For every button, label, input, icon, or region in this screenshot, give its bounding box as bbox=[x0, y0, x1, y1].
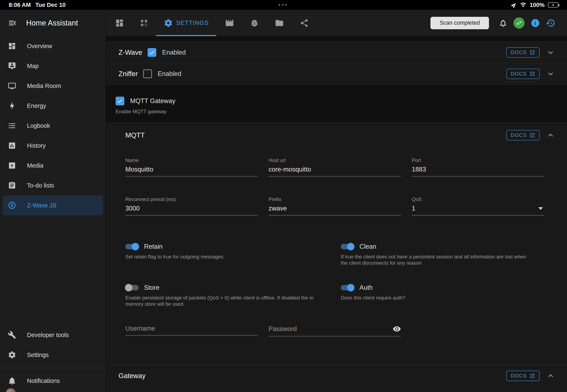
toggle-label: Retain bbox=[144, 243, 163, 250]
open-in-new-icon bbox=[530, 50, 535, 55]
name-field[interactable]: Name Mosquitto bbox=[125, 157, 258, 177]
wifi-icon bbox=[520, 2, 526, 8]
notification-bell-icon[interactable] bbox=[498, 18, 508, 28]
mqtt-gateway-label: MQTT Gateway bbox=[130, 97, 175, 105]
retain-toggle[interactable] bbox=[125, 244, 139, 249]
status-bar: 8:06 AM Tue Dec 10 ••• 100% bbox=[0, 0, 567, 10]
tab-store[interactable] bbox=[267, 10, 292, 36]
sidebar-item-logbook[interactable]: Logbook bbox=[3, 116, 103, 136]
gateway-section-title: Gateway bbox=[118, 372, 145, 380]
sidebar-item-label: Media bbox=[27, 162, 43, 169]
sidebar-item-notifications[interactable]: Notifications bbox=[3, 371, 103, 391]
status-date: Tue Dec 10 bbox=[35, 2, 66, 8]
toggle-description: If true the client does not have a persi… bbox=[341, 254, 544, 266]
sidebar-item-zwave-js[interactable]: Z-Wave JS bbox=[3, 195, 103, 215]
toggle-description: Enable persistent storage of packets (Qo… bbox=[125, 295, 335, 307]
scan-status-chip[interactable]: Scan completed bbox=[430, 17, 489, 29]
prefix-field[interactable]: Prefix zwave bbox=[269, 196, 401, 215]
port-field[interactable]: Port 1883 bbox=[412, 157, 544, 177]
docs-button[interactable]: DOCS bbox=[506, 371, 540, 381]
field-label: Prefix bbox=[269, 196, 401, 202]
view-dashboard-icon bbox=[115, 18, 124, 28]
host-url-field[interactable]: Host url core-mosquitto bbox=[269, 157, 401, 177]
share-icon bbox=[300, 18, 309, 28]
connection-status-icon[interactable] bbox=[513, 17, 525, 29]
info-icon[interactable] bbox=[530, 18, 540, 28]
toggle-description: Set retain flag to true for outgoing mes… bbox=[125, 254, 341, 260]
zniffer-enabled-checkbox[interactable] bbox=[143, 70, 152, 78]
sidebar-item-label: Overview bbox=[27, 43, 52, 50]
section-title: Z-Wave bbox=[118, 49, 142, 56]
sidebar-item-todo[interactable]: To-do lists bbox=[3, 175, 103, 195]
gear-icon bbox=[164, 18, 173, 28]
auth-toggle[interactable] bbox=[341, 285, 354, 290]
gear-icon bbox=[8, 351, 16, 359]
bug-icon bbox=[250, 18, 259, 28]
zwave-enabled-checkbox[interactable] bbox=[147, 48, 156, 57]
sidebar-item-history[interactable]: History bbox=[3, 136, 103, 155]
sidebar-item-media[interactable]: Media bbox=[3, 155, 103, 175]
sidebar-item-label: Developer tools bbox=[27, 332, 69, 338]
chevron-down-icon[interactable] bbox=[546, 48, 555, 57]
docs-label: DOCS bbox=[511, 373, 527, 379]
password-field[interactable]: Password bbox=[269, 325, 401, 336]
sidebar-item-map[interactable]: Map bbox=[3, 56, 103, 76]
sidebar-item-label: Media Room bbox=[27, 83, 61, 89]
enabled-label: Enabled bbox=[162, 49, 186, 56]
battery-percent: 100% bbox=[530, 2, 545, 8]
mqtt-section: MQTT DOCS Name Mosquitto bbox=[106, 122, 567, 365]
chevron-down-icon[interactable] bbox=[546, 69, 555, 79]
open-in-new-icon bbox=[530, 133, 535, 138]
movie-icon bbox=[225, 18, 234, 28]
open-in-new-icon bbox=[530, 71, 535, 77]
top-sections: Z-Wave Enabled DOCS bbox=[106, 42, 567, 85]
sidebar-item-overview[interactable]: Overview bbox=[3, 36, 103, 56]
section-row-zwave: Z-Wave Enabled DOCS bbox=[106, 42, 567, 63]
chevron-up-icon[interactable] bbox=[546, 371, 555, 381]
sidebar-toggle-icon[interactable] bbox=[8, 18, 17, 28]
sidebar-item-settings[interactable]: Settings bbox=[3, 345, 103, 365]
bell-icon bbox=[8, 377, 16, 385]
tab-debug[interactable] bbox=[242, 10, 267, 36]
tab-network-graph[interactable] bbox=[292, 10, 317, 36]
enabled-label: Enabled bbox=[158, 70, 181, 78]
map-icon bbox=[8, 62, 16, 70]
sidebar-item-developer-tools[interactable]: Developer tools bbox=[3, 325, 103, 345]
mqtt-gateway-checkbox[interactable] bbox=[116, 97, 124, 105]
username-field[interactable]: Username bbox=[125, 325, 258, 336]
section-row-zniffer: Zniffer Enabled DOCS bbox=[106, 63, 567, 84]
qos-select[interactable]: QoS 1 bbox=[412, 196, 544, 215]
field-label: Host url bbox=[269, 157, 401, 163]
docs-label: DOCS bbox=[511, 50, 527, 55]
mqtt-gateway-setting: MQTT Gateway Enable MQTT gateway bbox=[116, 97, 175, 114]
store-toggle[interactable] bbox=[125, 285, 139, 290]
docs-button[interactable]: DOCS bbox=[506, 47, 540, 58]
field-value: 3000 bbox=[125, 205, 140, 212]
docs-button[interactable]: DOCS bbox=[506, 130, 540, 140]
sidebar-item-label: Map bbox=[27, 63, 39, 70]
reconnect-period-field[interactable]: Reconnect period (ms) 3000 bbox=[125, 196, 258, 215]
app-title: Home Assistant bbox=[26, 19, 78, 27]
energy-icon bbox=[8, 102, 16, 110]
location-icon bbox=[510, 1, 518, 9]
mqtt-section-title: MQTT bbox=[125, 131, 145, 139]
history-chart-icon bbox=[8, 141, 16, 150]
sidebar-item-media-room[interactable]: Media Room bbox=[3, 76, 103, 96]
multitask-dots: ••• bbox=[278, 2, 289, 8]
sidebar: Home Assistant Overview Map Media Room bbox=[0, 10, 106, 392]
tab-smart-start[interactable] bbox=[132, 10, 156, 36]
section-title: Zniffer bbox=[118, 70, 138, 78]
clean-toggle[interactable] bbox=[341, 244, 354, 249]
sidebar-item-label: Notifications bbox=[27, 378, 60, 384]
chevron-up-icon[interactable] bbox=[546, 130, 555, 140]
sidebar-item-label: History bbox=[27, 142, 46, 149]
history-icon[interactable] bbox=[546, 18, 555, 28]
tab-scenes[interactable] bbox=[217, 10, 242, 36]
docs-button[interactable]: DOCS bbox=[506, 69, 540, 79]
tab-control-panel[interactable] bbox=[107, 10, 132, 36]
sidebar-item-energy[interactable]: Energy bbox=[3, 96, 103, 116]
field-label: Port bbox=[412, 157, 544, 163]
wrench-icon bbox=[8, 331, 16, 339]
tab-settings[interactable]: SETTINGS bbox=[156, 10, 216, 36]
show-password-icon[interactable] bbox=[393, 325, 401, 333]
